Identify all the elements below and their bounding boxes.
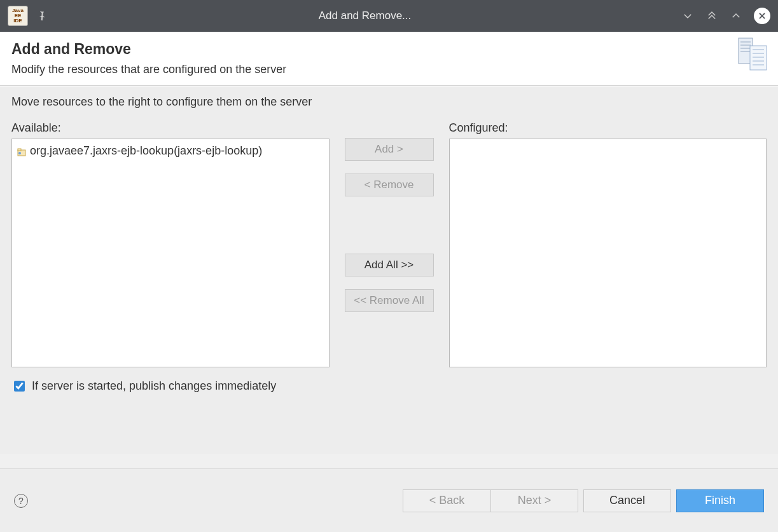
chevron-down-icon[interactable] bbox=[681, 10, 694, 22]
cancel-button[interactable]: Cancel bbox=[583, 489, 671, 512]
list-item-label: org.javaee7.jaxrs-ejb-lookup(jaxrs-ejb-l… bbox=[30, 144, 262, 158]
svg-rect-12 bbox=[18, 149, 21, 151]
configured-label: Configured: bbox=[449, 121, 767, 135]
add-button[interactable]: Add > bbox=[345, 138, 434, 161]
svg-point-13 bbox=[18, 152, 21, 154]
back-button[interactable]: < Back bbox=[403, 489, 490, 512]
server-config-icon bbox=[735, 37, 770, 72]
module-icon bbox=[17, 147, 26, 156]
window-buttons bbox=[681, 8, 770, 24]
transfer-buttons: Add > < Remove Add All >> << Remove All bbox=[338, 121, 440, 367]
chevron-up-icon[interactable] bbox=[730, 10, 742, 22]
available-label: Available: bbox=[11, 121, 330, 135]
help-icon[interactable]: ? bbox=[14, 494, 28, 508]
list-item[interactable]: org.javaee7.jaxrs-ejb-lookup(jaxrs-ejb-l… bbox=[15, 143, 326, 159]
next-button[interactable]: Next > bbox=[490, 489, 578, 512]
remove-all-button[interactable]: << Remove All bbox=[345, 289, 434, 312]
add-all-button[interactable]: Add All >> bbox=[345, 254, 434, 276]
app-icon: Java EEIDE bbox=[8, 6, 28, 26]
close-icon[interactable] bbox=[754, 8, 770, 24]
page-title: Add and Remove bbox=[11, 41, 767, 58]
window-title: Add and Remove... bbox=[48, 10, 681, 22]
configured-list[interactable] bbox=[449, 139, 767, 367]
double-chevron-up-icon[interactable] bbox=[705, 10, 718, 22]
remove-button[interactable]: < Remove bbox=[345, 174, 434, 196]
instruction-text: Move resources to the right to configure… bbox=[11, 95, 767, 109]
available-list[interactable]: org.javaee7.jaxrs-ejb-lookup(jaxrs-ejb-l… bbox=[11, 139, 330, 367]
wizard-header: Add and Remove Modify the resources that… bbox=[0, 32, 778, 86]
publish-checkbox[interactable] bbox=[14, 381, 25, 392]
finish-button[interactable]: Finish bbox=[676, 489, 764, 512]
titlebar: Java EEIDE Add and Remove... bbox=[0, 0, 778, 32]
wizard-content: Move resources to the right to configure… bbox=[0, 86, 778, 454]
publish-checkbox-row[interactable]: If server is started, publish changes im… bbox=[11, 379, 767, 393]
wizard-footer: ? < Back Next > Cancel Finish bbox=[0, 468, 778, 532]
page-description: Modify the resources that are configured… bbox=[11, 63, 767, 76]
publish-checkbox-label: If server is started, publish changes im… bbox=[32, 379, 276, 393]
